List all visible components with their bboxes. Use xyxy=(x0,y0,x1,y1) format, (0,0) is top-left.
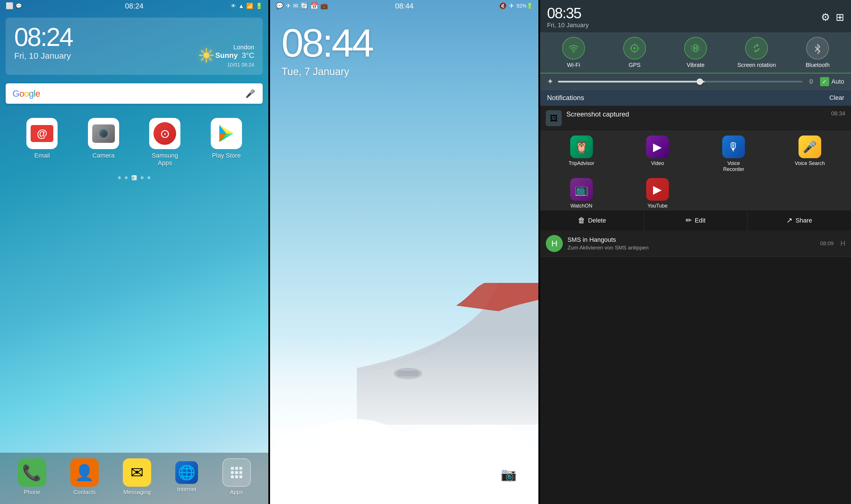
apps-grid-icon xyxy=(222,458,251,487)
vibrate-toggle-icon xyxy=(684,37,707,59)
video-icon: ▶ xyxy=(646,136,669,158)
sync-status-icon: 🔄 xyxy=(300,2,308,10)
grid-view-icon[interactable]: ⊞ xyxy=(836,11,844,23)
vibrate-toggle-label: Vibrate xyxy=(687,62,705,68)
page-dot-4 xyxy=(141,176,143,179)
status-bar-panel2: 💬 ✈ ✉ 🔄 📅 💼 08:44 🔇 ✈ 92%🔋 xyxy=(270,0,538,12)
notification-header: 08:35 Fri, 10 January ⚙ ⊞ xyxy=(540,0,851,32)
edit-icon: ✏ xyxy=(685,216,692,225)
brightness-slider[interactable] xyxy=(558,81,802,83)
notif-time-block: 08:35 Fri, 10 January xyxy=(547,6,589,29)
camera-lens xyxy=(98,128,109,139)
contacts-icon: 👤 xyxy=(70,458,99,487)
toggle-vibrate[interactable]: Vibrate xyxy=(670,37,721,68)
samsung-icon-inner: ⊙ xyxy=(154,122,176,145)
gps-toggle-icon xyxy=(623,37,646,59)
wifi-toggle-label: Wi-Fi xyxy=(567,62,580,68)
email-app-label: Email xyxy=(34,152,50,159)
drawer-app-tripadvisor[interactable]: 🦉 TripAdvisor xyxy=(550,136,613,172)
app-samsung[interactable]: ⊙ SamsungApps xyxy=(142,118,188,167)
video-label: Video xyxy=(651,160,664,166)
app-playstore[interactable]: Play Store xyxy=(204,118,249,167)
quick-toggles: Wi-Fi GPS xyxy=(540,32,851,73)
sms-content: SMS in Hangouts Zum Aktivieren von SMS a… xyxy=(567,236,816,251)
auto-brightness-checkbox[interactable]: ✓ Auto xyxy=(820,77,844,86)
dock-apps[interactable]: Apps xyxy=(222,458,251,496)
brightness-thumb xyxy=(697,78,703,85)
voicerecorder-label: VoiceRecorder xyxy=(723,160,744,172)
weather-widget: 08:24 Fri, 10 January ☀ London Sunny 3°C… xyxy=(6,18,263,75)
dock-contacts[interactable]: 👤 Contacts xyxy=(70,458,99,496)
notif-header-icons: ⚙ ⊞ xyxy=(821,11,844,23)
tripadvisor-label: TripAdvisor xyxy=(569,160,594,166)
weather-temp: Sunny 3°C xyxy=(215,51,255,60)
voice-search-icon[interactable]: 🎤 xyxy=(244,88,256,99)
page-dot-home: ⌂ xyxy=(132,175,137,180)
notification-shade-panel: 08:35 Fri, 10 January ⚙ ⊞ Wi-Fi xyxy=(540,0,851,504)
camera-app-label: Camera xyxy=(92,152,115,159)
camera-icon-inner xyxy=(92,124,115,143)
bottom-dock: 📞 Phone 👤 Contacts ✉ Messaging 🌐 Interne… xyxy=(0,453,268,504)
toggle-gps[interactable]: GPS xyxy=(609,37,660,68)
apps-drawer-row2: 📺 WatchON ▶ YouTube xyxy=(540,177,851,210)
status-icons-right-p2: 🔇 ✈ 92%🔋 xyxy=(499,2,533,10)
camera-shortcut-button[interactable]: 📷 xyxy=(496,462,521,487)
lockscreen-date: Tue, 7 January xyxy=(281,66,527,78)
clear-notifications-button[interactable]: Clear xyxy=(829,94,844,102)
notification-date: Fri, 10 January xyxy=(547,21,589,29)
settings-icon[interactable]: ⚙ xyxy=(821,11,830,23)
screenshot-icon: ⬜ xyxy=(6,2,13,10)
gps-toggle-label: GPS xyxy=(629,62,641,68)
sms-hangouts-icon: H xyxy=(546,235,563,252)
dock-messaging[interactable]: ✉ Messaging xyxy=(123,458,151,496)
weather-city: London xyxy=(215,44,255,51)
drawer-app-voicesearch[interactable]: 🎤 Voice Search xyxy=(779,136,841,172)
drawer-app-voicerecorder[interactable]: 🎙 VoiceRecorder xyxy=(702,136,765,172)
drawer-app-youtube[interactable]: ▶ YouTube xyxy=(626,178,689,209)
svg-point-15 xyxy=(633,47,636,49)
sms-notification[interactable]: H SMS in Hangouts Zum Aktivieren von SMS… xyxy=(540,231,851,257)
share-action-button[interactable]: ↗ Share xyxy=(747,210,851,231)
hangouts-icon: 💬 xyxy=(16,3,22,9)
sms-time: 08:09 xyxy=(820,240,834,247)
sms-title: SMS in Hangouts xyxy=(567,236,816,244)
voicerecorder-icon: 🎙 xyxy=(722,136,745,158)
screenshot-notif-content: Screenshot captured xyxy=(566,110,827,118)
voicesearch-icon: 🎤 xyxy=(799,136,821,158)
edit-action-button[interactable]: ✏ Edit xyxy=(644,210,748,231)
watchon-icon: 📺 xyxy=(570,178,593,201)
toggle-rotation[interactable]: Screen rotation xyxy=(731,37,782,68)
share-icon: ↗ xyxy=(786,216,793,225)
toggle-wifi[interactable]: Wi-Fi xyxy=(548,37,599,68)
page-dot-5 xyxy=(147,176,150,179)
hangouts-status-icon: 💬 xyxy=(276,2,283,10)
playstore-app-icon xyxy=(211,118,242,149)
drawer-app-watchon[interactable]: 📺 WatchON xyxy=(550,178,613,209)
voicesearch-label: Voice Search xyxy=(795,160,825,166)
google-search-bar[interactable]: Google 🎤 xyxy=(6,83,263,104)
samsung-app-label: SamsungApps xyxy=(152,152,178,167)
mute-icon: 🔇 xyxy=(499,2,507,10)
bluetooth-toggle-icon xyxy=(806,37,829,59)
screenshot-notification[interactable]: 🖼 Screenshot captured 08:34 xyxy=(540,106,851,131)
brightness-row: ✦ 0 ✓ Auto xyxy=(540,73,851,90)
page-indicators: ⌂ xyxy=(0,175,268,180)
playstore-app-label: Play Store xyxy=(212,152,241,159)
notification-actions: 🗑 Delete ✏ Edit ↗ Share xyxy=(540,210,851,231)
phone-icon: 📞 xyxy=(18,458,46,487)
delete-action-button[interactable]: 🗑 Delete xyxy=(540,210,644,231)
dock-internet[interactable]: 🌐 Internet xyxy=(175,461,198,493)
drawer-app-video[interactable]: ▶ Video xyxy=(626,136,689,172)
tripadvisor-icon: 🦉 xyxy=(570,136,593,158)
airplane-status-icon: ✈ xyxy=(286,2,291,10)
dock-phone[interactable]: 📞 Phone xyxy=(18,458,46,496)
app-camera[interactable]: Camera xyxy=(81,118,126,167)
app-email[interactable]: Email xyxy=(19,118,65,167)
google-logo: Google xyxy=(13,88,40,99)
camera-app-icon xyxy=(88,118,119,149)
toggle-bluetooth[interactable]: Bluetooth xyxy=(792,37,843,68)
sms-body: Zum Aktivieren von SMS antippen xyxy=(567,245,816,251)
bag-status-icon: 💼 xyxy=(320,2,328,10)
notifications-title: Notifications xyxy=(547,94,584,102)
status-icons-left-p2: 💬 ✈ ✉ 🔄 📅 💼 xyxy=(276,2,328,10)
